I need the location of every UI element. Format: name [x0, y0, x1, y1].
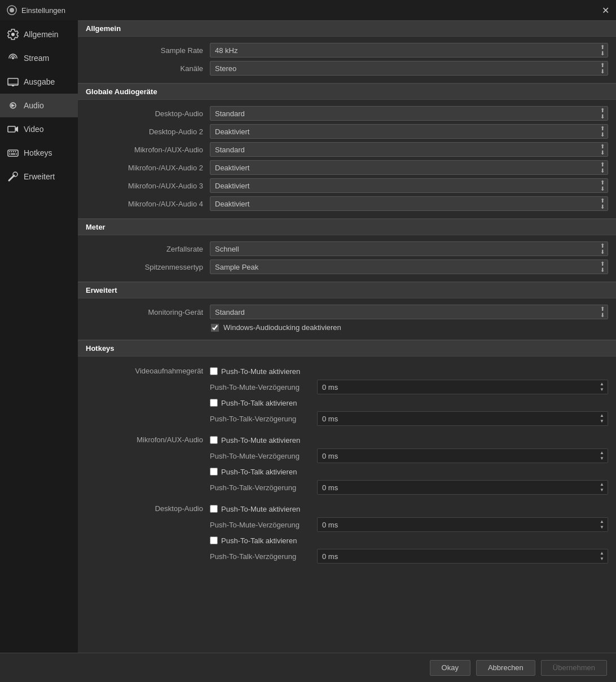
- hotkey-row-ptm-mikrofon: Push-To-Mute aktivieren: [210, 433, 608, 447]
- spinbox-ptt-videoaufnahme: 0 ms ▲ ▼: [317, 411, 608, 426]
- select-kanaele[interactable]: Stereo: [210, 61, 608, 76]
- spinbox-ptt-mikrofon-value: 0 ms: [322, 483, 338, 492]
- select-mikrofon-aux2[interactable]: Deaktiviert: [210, 160, 608, 175]
- section-hotkeys-header: Hotkeys: [78, 340, 616, 357]
- abbrechen-button[interactable]: Abbrechen: [476, 660, 535, 676]
- section-allgemein-header: Allgemein: [78, 20, 616, 37]
- section-globale-audio: Globale Audiogeräte Desktop-Audio Standa…: [78, 83, 616, 217]
- sidebar-label-hotkeys: Hotkeys: [24, 148, 52, 157]
- hotkey-delay-ptt-videoaufnahme: Push-To-Talk-Verzögerung 0 ms ▲ ▼: [210, 411, 608, 426]
- svg-rect-16: [11, 153, 15, 155]
- hotkey-label-ptt-mikrofon: Push-To-Talk aktivieren: [221, 468, 297, 476]
- select-desktop-audio2[interactable]: Deaktiviert: [210, 124, 608, 139]
- sidebar-label-allgemein: Allgemein: [24, 30, 58, 39]
- sidebar-item-ausgabe[interactable]: Ausgabe: [0, 70, 78, 94]
- spinbox-up[interactable]: ▲: [599, 450, 605, 456]
- spinbox-down[interactable]: ▼: [599, 556, 605, 562]
- output-icon: [7, 76, 19, 88]
- svg-rect-8: [8, 126, 15, 132]
- svg-rect-5: [12, 85, 14, 86]
- sidebar-item-audio[interactable]: Audio: [0, 94, 78, 117]
- checkbox-ptm-desktop[interactable]: [210, 505, 218, 513]
- form-row-samplerate: Sample Rate 48 kHz ⬆⬇: [78, 41, 616, 59]
- spinbox-ptm-desktop: 0 ms ▲ ▼: [317, 517, 608, 532]
- hotkey-label-ptm-desktop: Push-To-Mute aktivieren: [221, 505, 300, 513]
- section-erweitert-header: Erweitert: [78, 282, 616, 298]
- label-desktop-audio2: Desktop-Audio 2: [86, 127, 210, 136]
- section-globale-audio-body: Desktop-Audio Standard ⬆⬇ Desktop-Audio …: [78, 100, 616, 217]
- svg-rect-13: [13, 151, 14, 152]
- hotkey-row-ptt-desktop: Push-To-Talk aktivieren: [210, 534, 608, 547]
- select-mikrofon-aux4[interactable]: Deaktiviert: [210, 196, 608, 211]
- spinbox-down[interactable]: ▼: [599, 487, 605, 493]
- spinbox-ptm-videoaufnahme-arrows[interactable]: ▲ ▼: [599, 380, 605, 394]
- checkbox-ptt-videoaufnahme[interactable]: [210, 399, 218, 407]
- close-button[interactable]: ✕: [602, 5, 609, 16]
- titlebar: Einstellungen ✕: [0, 0, 616, 20]
- spinbox-ptt-videoaufnahme-value: 0 ms: [322, 415, 338, 423]
- audio-icon: [7, 99, 19, 112]
- hotkey-delay-ptt-desktop: Push-To-Talk-Verzögerung 0 ms ▲ ▼: [210, 549, 608, 564]
- hotkey-row-ptt-mikrofon: Push-To-Talk aktivieren: [210, 465, 608, 478]
- spinbox-ptm-mikrofon: 0 ms ▲ ▼: [317, 448, 608, 463]
- label-mikrofon-aux2: Mikrofon-/AUX-Audio 2: [86, 164, 210, 172]
- checkbox-ptt-mikrofon[interactable]: [210, 468, 218, 476]
- select-mikrofon-aux[interactable]: Standard: [210, 142, 608, 157]
- hotkeys-device-videoaufnahme: Videoaufnahmegerät Push-To-Mute aktivier…: [78, 361, 616, 428]
- select-spitzenmesser[interactable]: Sample Peak: [210, 259, 608, 274]
- sidebar-item-video[interactable]: Video: [0, 117, 78, 141]
- select-zerfallsrate[interactable]: Schnell: [210, 241, 608, 256]
- spinbox-down[interactable]: ▼: [599, 419, 605, 424]
- section-globale-audio-header: Globale Audiogeräte: [78, 83, 616, 100]
- section-erweitert-body: Monitoring-Gerät Standard ⬆⬇ Windows-Aud…: [78, 298, 616, 338]
- checkbox-ptm-videoaufnahme[interactable]: [210, 367, 218, 375]
- select-spitzenmesser-wrapper: Sample Peak ⬆⬇: [210, 259, 608, 274]
- sidebar-item-allgemein[interactable]: Allgemein: [0, 23, 78, 46]
- form-row-mikrofon-aux2: Mikrofon-/AUX-Audio 2 Deaktiviert ⬆⬇: [78, 159, 616, 177]
- spinbox-ptt-videoaufnahme-arrows[interactable]: ▲ ▼: [599, 412, 605, 425]
- sidebar-item-hotkeys[interactable]: Hotkeys: [0, 141, 78, 165]
- svg-rect-12: [11, 151, 12, 152]
- checkbox-ptt-desktop[interactable]: [210, 536, 218, 544]
- label-mikrofon-aux4: Mikrofon-/AUX-Audio 4: [86, 200, 210, 208]
- spinbox-down[interactable]: ▼: [599, 387, 605, 393]
- spinbox-ptt-desktop-arrows[interactable]: ▲ ▼: [599, 549, 605, 563]
- sidebar-label-video: Video: [24, 125, 44, 134]
- video-icon: [7, 123, 19, 135]
- spinbox-ptm-mikrofon-arrows[interactable]: ▲ ▼: [599, 449, 605, 463]
- select-kanaele-wrapper: Stereo ⬆⬇: [210, 61, 608, 76]
- label-zerfallsrate: Zerfallsrate: [86, 245, 210, 253]
- label-samplerate: Sample Rate: [86, 46, 210, 55]
- okay-button[interactable]: Okay: [430, 660, 470, 676]
- select-samplerate[interactable]: 48 kHz: [210, 43, 608, 58]
- select-monitoring[interactable]: Standard: [210, 305, 608, 319]
- select-monitoring-wrapper: Standard ⬆⬇: [210, 305, 608, 319]
- spinbox-down[interactable]: ▼: [599, 525, 605, 530]
- uebernehmen-button[interactable]: Übernehmen: [541, 660, 607, 676]
- spinbox-up[interactable]: ▲: [599, 381, 605, 387]
- spinbox-down[interactable]: ▼: [599, 456, 605, 461]
- spinbox-up[interactable]: ▲: [599, 519, 605, 525]
- spinbox-ptt-mikrofon-arrows[interactable]: ▲ ▼: [599, 481, 605, 494]
- form-row-monitoring: Monitoring-Gerät Standard ⬆⬇: [78, 303, 616, 321]
- hotkey-row-ptt-videoaufnahme: Push-To-Talk aktivieren: [210, 396, 608, 410]
- main-content: Allgemein Sample Rate 48 kHz ⬆⬇ Kanäle: [78, 20, 616, 653]
- spinbox-ptt-mikrofon: 0 ms ▲ ▼: [317, 480, 608, 495]
- section-meter-header: Meter: [78, 219, 616, 235]
- sidebar-item-erweitert[interactable]: Erweitert: [0, 165, 78, 188]
- spinbox-up[interactable]: ▲: [599, 482, 605, 487]
- hotkey-label-ptm-videoaufnahme: Push-To-Mute aktivieren: [221, 367, 300, 376]
- section-meter: Meter Zerfallsrate Schnell ⬆⬇ Spitzenmes…: [78, 218, 616, 280]
- select-mikrofon-aux3[interactable]: Deaktiviert: [210, 178, 608, 193]
- spinbox-up[interactable]: ▲: [599, 551, 605, 556]
- label-mikrofon-aux3: Mikrofon-/AUX-Audio 3: [86, 182, 210, 190]
- sidebar-item-stream[interactable]: Stream: [0, 46, 78, 70]
- select-desktop-audio[interactable]: Standard: [210, 106, 608, 121]
- hotkeys-label-videoaufnahme: Videoaufnahmegerät: [86, 364, 210, 375]
- hotkey-delay-label-ptm-videoaufnahme: Push-To-Mute-Verzögerung: [210, 383, 317, 391]
- spinbox-up[interactable]: ▲: [599, 413, 605, 419]
- spinbox-ptt-desktop: 0 ms ▲ ▼: [317, 549, 608, 564]
- checkbox-audioducking[interactable]: [211, 324, 219, 332]
- checkbox-ptm-mikrofon[interactable]: [210, 436, 218, 444]
- spinbox-ptm-desktop-arrows[interactable]: ▲ ▼: [599, 518, 605, 531]
